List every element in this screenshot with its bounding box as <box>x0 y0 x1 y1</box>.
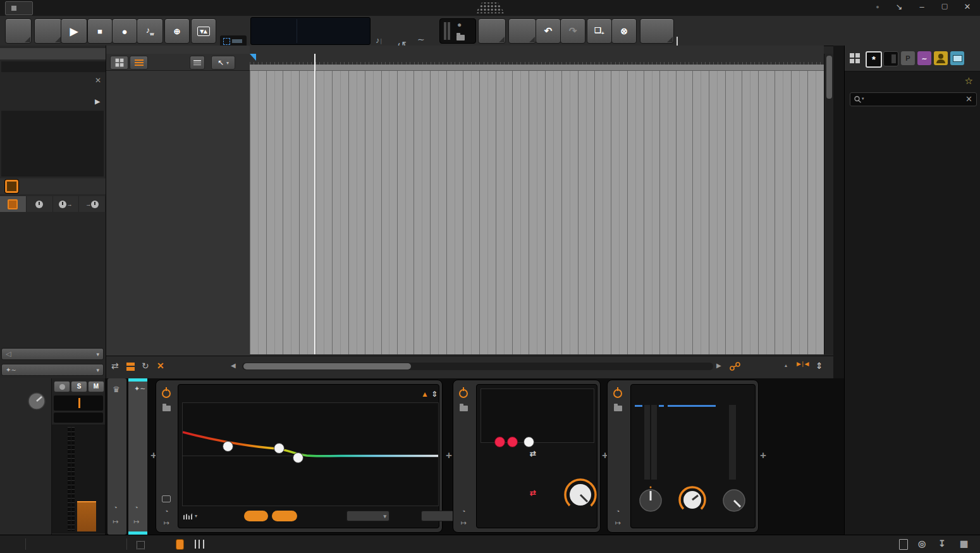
tab-automation-out[interactable]: → <box>53 196 80 212</box>
eq-graph[interactable] <box>182 402 439 506</box>
play-start-marker-icon[interactable] <box>250 54 256 61</box>
pan-slider[interactable] <box>54 395 103 411</box>
keyboard-grid-icon[interactable]: ▦ <box>960 538 968 549</box>
mixer-tool-icon[interactable] <box>195 540 204 549</box>
pre-button[interactable] <box>244 511 268 521</box>
eq-node-3[interactable] <box>223 441 233 452</box>
project-tab[interactable] <box>5 1 33 15</box>
record-button[interactable]: ● <box>112 18 137 44</box>
edit-menu-button[interactable] <box>508 18 536 44</box>
add-plugin-mid-button[interactable]: + <box>446 449 452 462</box>
resolution-dropdown[interactable] <box>346 511 389 521</box>
punch-record-button[interactable]: ⊕ <box>164 18 190 44</box>
stop-button[interactable]: ■ <box>87 18 113 44</box>
snap-caret-icon[interactable]: ▴ <box>785 363 787 368</box>
vertical-zoom-icon[interactable]: ⇕ <box>816 361 823 371</box>
analyzer-hist-icon[interactable] <box>183 513 192 519</box>
swap-ends-icon[interactable]: ⇄ <box>111 361 119 371</box>
limiter-power-icon[interactable] <box>613 389 622 398</box>
destination-dropdown[interactable]: ✦∼ ▾ <box>1 364 104 376</box>
grid-view-button[interactable] <box>110 56 128 70</box>
tab-automation[interactable] <box>27 196 53 212</box>
tab-project[interactable]: ♛ ◔ ↦ <box>107 378 126 535</box>
redo-button[interactable]: ↷ <box>560 18 585 44</box>
bass-route-icon[interactable]: ↦ <box>133 518 139 526</box>
timeline-ruler[interactable] <box>250 54 824 65</box>
browser-tab-presets[interactable]: P <box>901 51 915 65</box>
eq-node-2[interactable] <box>274 443 285 454</box>
download-icon[interactable]: ↧ <box>938 538 946 549</box>
browser-tab-grid[interactable] <box>848 51 862 65</box>
list-view-button[interactable] <box>130 56 148 70</box>
click-track-button[interactable]: ♪w <box>137 18 163 44</box>
search-clear-icon[interactable]: ✕ <box>965 94 972 104</box>
marker-lane[interactable] <box>250 65 824 71</box>
marquee-tool-icon[interactable] <box>223 38 230 45</box>
doubler-clock-icon[interactable]: ◔ <box>462 507 466 515</box>
browser-tab-user[interactable] <box>934 51 948 65</box>
send-knob[interactable] <box>27 391 47 411</box>
vertical-scrollbar[interactable] <box>824 54 834 354</box>
horizontal-scrollbar[interactable] <box>242 363 713 370</box>
scroll-left-icon[interactable]: ◀ <box>231 362 236 369</box>
automation-read-icon[interactable]: ∼ <box>417 34 425 44</box>
select-tool-icon[interactable] <box>137 541 145 549</box>
strip-mute-button[interactable]: M <box>88 381 104 392</box>
bass-clock-icon[interactable]: ◔ <box>134 504 138 511</box>
project-route-icon[interactable]: ↦ <box>113 518 118 526</box>
detach-window-icon[interactable]: ↘ <box>893 2 905 11</box>
track-name-field[interactable] <box>1 61 106 72</box>
track-menu-button[interactable] <box>640 18 674 44</box>
browser-tab-panel[interactable] <box>883 51 898 66</box>
add-plugin-end-button[interactable]: + <box>760 449 766 462</box>
eq-clock-icon[interactable]: ◔ <box>164 507 169 515</box>
vertical-scroll-thumb[interactable] <box>826 56 832 99</box>
gain-value[interactable] <box>54 413 103 423</box>
browser-folder-icon[interactable] <box>456 35 465 40</box>
window-icon[interactable] <box>162 495 171 502</box>
delete-button[interactable]: ⊗ <box>611 18 637 44</box>
power-icon[interactable] <box>162 389 171 398</box>
search-caret-icon[interactable]: ▾ <box>862 96 864 101</box>
release-knob[interactable] <box>678 485 707 514</box>
search-box[interactable]: ▾ ✕ <box>850 92 977 106</box>
cursor-tool-button[interactable]: ↖▾ <box>211 56 235 70</box>
play-button[interactable]: ▶ <box>61 18 87 44</box>
analyzer-bell-icon[interactable]: ▲ <box>421 390 429 399</box>
limiter-folder-icon[interactable] <box>614 406 622 411</box>
input-knob[interactable] <box>636 485 665 514</box>
track-menu-small-button[interactable] <box>190 56 205 70</box>
favorite-star-icon[interactable]: ☆ <box>965 75 973 87</box>
duplicate-button[interactable]: ❏+ <box>587 18 612 44</box>
playhead[interactable] <box>314 54 315 354</box>
minimize-icon[interactable]: – <box>916 2 928 11</box>
transport-display[interactable] <box>250 17 371 45</box>
delay-node-r1[interactable] <box>507 437 518 447</box>
project-clock-icon[interactable]: ◔ <box>113 504 118 511</box>
browser-tab-everything[interactable]: * <box>866 51 882 68</box>
doubler-folder-icon[interactable] <box>460 406 468 411</box>
eq-route-icon[interactable]: ↦ <box>163 519 169 527</box>
link-icon[interactable] <box>729 361 742 372</box>
strip-record-button[interactable] <box>54 381 70 392</box>
output-device-dropdown[interactable]: ◁ ▾ <box>1 348 104 360</box>
doubler-power-icon[interactable] <box>459 389 468 398</box>
left-swap-icon[interactable]: ⇄ <box>530 449 536 458</box>
mix-knob[interactable] <box>563 477 598 513</box>
tab-automation-in[interactable]: → <box>79 196 106 212</box>
file-icon[interactable] <box>899 539 908 550</box>
right-swap-icon[interactable]: ⇄ <box>530 488 536 497</box>
close-icon[interactable]: ✕ <box>961 2 974 11</box>
tab-bass[interactable]: ✦∼ ◔ ↦ <box>128 378 147 535</box>
limiter-clock-icon[interactable]: ◔ <box>616 507 620 515</box>
click-icon[interactable]: ♪⏐ <box>376 35 383 45</box>
limiter-route-icon[interactable]: ↦ <box>615 519 620 527</box>
hist-caret-icon[interactable]: ▾ <box>195 513 197 519</box>
snap-to-marker-icon[interactable]: ▶❘◀ <box>797 361 808 367</box>
file-menu-button[interactable] <box>5 18 32 44</box>
play-menu-button[interactable] <box>34 18 62 44</box>
preset-folder-icon[interactable] <box>162 406 171 411</box>
palette-more-icon[interactable]: ▶ <box>95 97 100 106</box>
delay-node-r2[interactable] <box>494 437 505 447</box>
loop-toggle-icon[interactable]: ↻ <box>142 361 149 371</box>
